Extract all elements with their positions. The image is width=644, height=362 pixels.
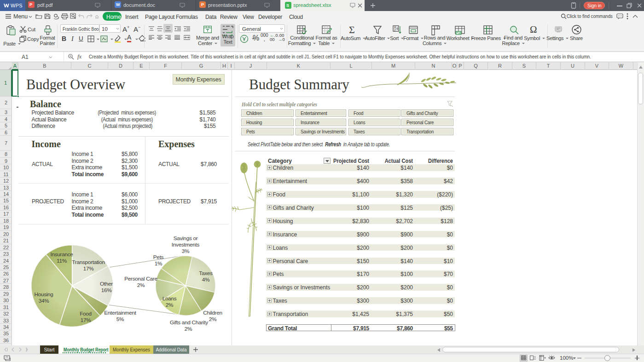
svg-text:Z: Z xyxy=(394,29,396,32)
